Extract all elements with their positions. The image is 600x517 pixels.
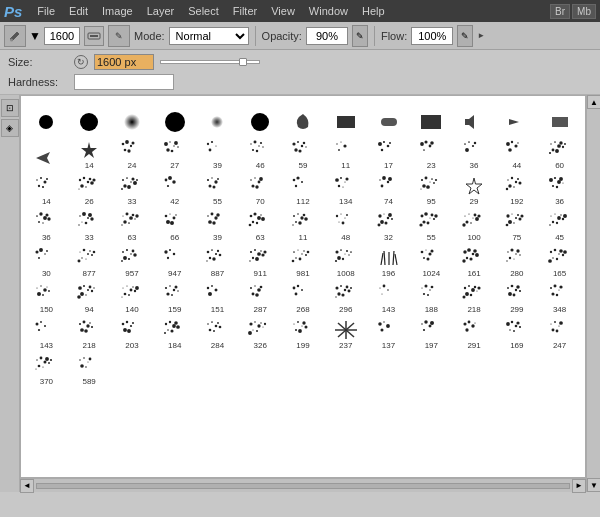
brush-cell[interactable]: 284 <box>196 316 239 352</box>
scroll-thumb-track[interactable] <box>587 109 600 478</box>
brush-cell[interactable]: 66 <box>153 208 196 244</box>
brush-cell[interactable]: 14 <box>68 136 111 172</box>
brush-cell[interactable]: 370 <box>25 352 68 388</box>
brush-cell[interactable] <box>367 100 410 136</box>
brush-cell[interactable]: 36 <box>25 208 68 244</box>
brush-cell[interactable] <box>25 136 68 172</box>
flow-input[interactable] <box>411 27 453 45</box>
brush-cell[interactable] <box>410 100 453 136</box>
brush-cell[interactable]: 348 <box>538 280 581 316</box>
brush-size-input[interactable] <box>44 27 80 45</box>
brush-cell[interactable]: 39 <box>196 136 239 172</box>
refresh-icon[interactable]: ↻ <box>74 55 88 69</box>
brush-cell[interactable]: 161 <box>453 244 496 280</box>
brush-cell[interactable]: 140 <box>111 280 154 316</box>
brush-cell[interactable]: 268 <box>282 280 325 316</box>
brush-cell[interactable] <box>453 100 496 136</box>
brush-cell[interactable] <box>324 100 367 136</box>
bridge-badge[interactable]: Br <box>550 4 570 19</box>
size-value-input[interactable] <box>94 54 154 70</box>
menu-layer[interactable]: Layer <box>140 3 182 19</box>
brush-cell[interactable] <box>196 100 239 136</box>
brush-cell[interactable]: 192 <box>495 172 538 208</box>
menu-view[interactable]: View <box>264 3 302 19</box>
brush-cell[interactable]: 199 <box>282 316 325 352</box>
brush-cell[interactable]: 218 <box>453 280 496 316</box>
brush-cell[interactable]: 589 <box>68 352 111 388</box>
brush-cell[interactable]: 287 <box>239 280 282 316</box>
brush-cell[interactable] <box>538 100 581 136</box>
opacity-tablet-icon[interactable]: ✎ <box>352 25 368 47</box>
brush-cell[interactable] <box>282 100 325 136</box>
brush-cell[interactable]: 33 <box>68 208 111 244</box>
brush-cell[interactable]: 45 <box>538 208 581 244</box>
scroll-track[interactable] <box>36 483 570 489</box>
menu-edit[interactable]: Edit <box>62 3 95 19</box>
brush-cell[interactable]: 75 <box>495 208 538 244</box>
menu-help[interactable]: Help <box>355 3 392 19</box>
scroll-right-btn[interactable]: ► <box>572 479 586 493</box>
panel-arrow[interactable]: ► <box>477 31 485 40</box>
scroll-down-btn[interactable]: ▼ <box>587 478 600 492</box>
mode-dropdown[interactable]: Normal <box>169 27 249 45</box>
brush-cell[interactable]: 296 <box>324 280 367 316</box>
brush-grid-container[interactable]: 1424273946591117233644601426334255701121… <box>20 95 586 478</box>
brush-cell[interactable]: 957 <box>111 244 154 280</box>
brush-cell[interactable]: 63 <box>111 208 154 244</box>
brush-cell[interactable]: 291 <box>453 316 496 352</box>
brush-cell[interactable]: 46 <box>239 136 282 172</box>
brush-cell[interactable]: 36 <box>538 172 581 208</box>
brush-cell[interactable]: 94 <box>68 280 111 316</box>
brush-cell[interactable]: 165 <box>538 244 581 280</box>
tablet-icon[interactable]: ✎ <box>108 25 130 47</box>
brush-cell[interactable]: 299 <box>495 280 538 316</box>
brush-cell[interactable]: 188 <box>410 280 453 316</box>
brush-cell[interactable]: 237 <box>324 316 367 352</box>
brush-cell[interactable]: 29 <box>453 172 496 208</box>
brush-cell[interactable]: 877 <box>68 244 111 280</box>
brush-cell[interactable]: 27 <box>153 136 196 172</box>
brush-cell[interactable]: 1008 <box>324 244 367 280</box>
brush-cell[interactable]: 887 <box>196 244 239 280</box>
brush-cell[interactable]: 184 <box>153 316 196 352</box>
brush-cell[interactable]: 151 <box>196 280 239 316</box>
menu-window[interactable]: Window <box>302 3 355 19</box>
size-slider[interactable] <box>160 60 260 64</box>
brush-cell[interactable]: 981 <box>282 244 325 280</box>
brush-cell[interactable]: 44 <box>495 136 538 172</box>
opacity-input[interactable] <box>306 27 348 45</box>
brush-cell[interactable]: 218 <box>68 316 111 352</box>
brush-cell[interactable]: 196 <box>367 244 410 280</box>
brush-cell[interactable]: 134 <box>324 172 367 208</box>
brush-cell[interactable]: 24 <box>111 136 154 172</box>
brush-options-icon[interactable] <box>84 26 104 46</box>
brush-cell[interactable]: 23 <box>410 136 453 172</box>
brush-cell[interactable]: 159 <box>153 280 196 316</box>
brush-cell[interactable]: 280 <box>495 244 538 280</box>
hardness-slider[interactable] <box>74 74 174 90</box>
brush-cell[interactable]: 55 <box>410 208 453 244</box>
brush-cell[interactable]: 63 <box>239 208 282 244</box>
brush-cell[interactable]: 55 <box>196 172 239 208</box>
brush-cell[interactable]: 59 <box>282 136 325 172</box>
brush-cell[interactable]: 100 <box>453 208 496 244</box>
brush-cell[interactable]: 17 <box>367 136 410 172</box>
brush-cell[interactable] <box>68 100 111 136</box>
brush-cell[interactable]: 112 <box>282 172 325 208</box>
brush-cell[interactable]: 30 <box>25 244 68 280</box>
brush-cell[interactable] <box>153 100 196 136</box>
menu-image[interactable]: Image <box>95 3 140 19</box>
brush-cell[interactable]: 143 <box>367 280 410 316</box>
brush-cell[interactable]: 70 <box>239 172 282 208</box>
brush-cell[interactable] <box>25 100 68 136</box>
brush-cell[interactable]: 150 <box>25 280 68 316</box>
brush-cell[interactable]: 26 <box>68 172 111 208</box>
brush-cell[interactable]: 42 <box>153 172 196 208</box>
brush-cell[interactable]: 95 <box>410 172 453 208</box>
left-tool-1[interactable]: ⊡ <box>1 99 19 117</box>
brush-cell[interactable]: 137 <box>367 316 410 352</box>
brush-cell[interactable]: 197 <box>410 316 453 352</box>
brush-cell[interactable]: 203 <box>111 316 154 352</box>
brush-cell[interactable]: 32 <box>367 208 410 244</box>
brush-cell[interactable] <box>239 100 282 136</box>
